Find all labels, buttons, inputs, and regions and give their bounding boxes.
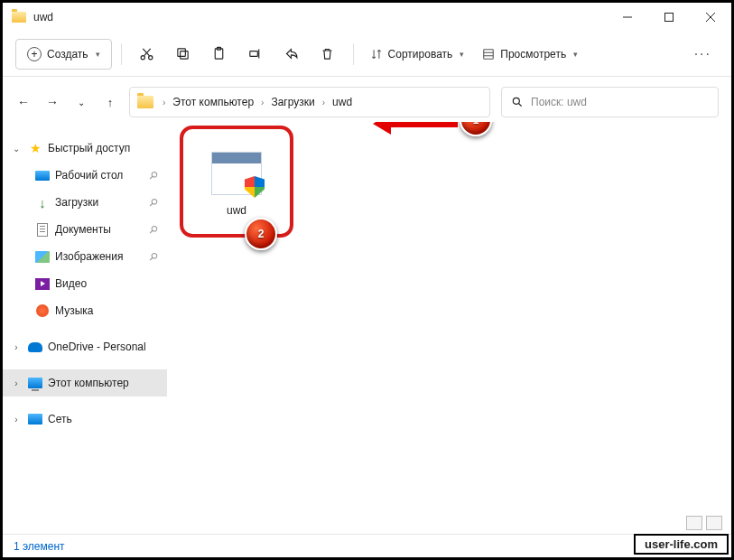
expand-icon[interactable]: › [10, 342, 23, 352]
svg-rect-14 [484, 49, 494, 59]
sidebar-network[interactable]: › Сеть [3, 406, 167, 433]
new-button[interactable]: + Создать ▾ [15, 39, 112, 70]
body: ⌄ ★ Быстрый доступ Рабочий стол ⚲ ↓ Загр… [3, 122, 731, 534]
sidebar-quick-access[interactable]: ⌄ ★ Быстрый доступ [3, 135, 167, 162]
address-bar[interactable]: › Этот компьютер › Загрузки › uwd [129, 87, 490, 117]
chevron-right-icon: › [259, 98, 265, 107]
copy-button[interactable] [167, 46, 200, 61]
chevron-right-icon: › [321, 98, 327, 107]
back-button[interactable]: ← [15, 95, 32, 109]
folder-icon [137, 96, 153, 108]
expand-icon[interactable]: › [10, 415, 23, 425]
star-icon: ★ [28, 141, 42, 155]
search-icon [511, 96, 524, 108]
sort-icon [370, 48, 383, 61]
sidebar-thispc[interactable]: › Этот компьютер [3, 369, 167, 397]
share-button[interactable] [275, 46, 308, 61]
document-icon [37, 223, 48, 237]
paste-button[interactable] [203, 46, 236, 61]
view-details-button[interactable] [686, 516, 702, 530]
window-title: uwd [33, 11, 53, 23]
cut-button[interactable] [131, 46, 163, 61]
svg-point-4 [141, 56, 144, 60]
close-button[interactable] [690, 3, 731, 32]
shield-icon [245, 176, 265, 198]
chevron-down-icon: ▾ [573, 50, 578, 59]
network-icon [28, 414, 42, 425]
breadcrumb[interactable]: Этот компьютер [171, 96, 256, 108]
explorer-window: uwd + Создать ▾ Сортировать ▾ Просмотрет… [3, 3, 731, 557]
sidebar-pictures[interactable]: Изображения ⚲ [3, 243, 167, 270]
sidebar-documents[interactable]: Документы ⚲ [3, 216, 167, 243]
sidebar-videos[interactable]: Видео [3, 270, 167, 297]
minimize-button[interactable] [607, 3, 648, 32]
svg-line-7 [143, 49, 149, 56]
toolbar: + Создать ▾ Сортировать ▾ Просмотреть ▾ … [3, 32, 731, 77]
sidebar-music[interactable]: Музыка [3, 297, 167, 324]
breadcrumb[interactable]: Загрузки [269, 96, 316, 108]
svg-line-6 [144, 49, 151, 56]
sidebar: ⌄ ★ Быстрый доступ Рабочий стол ⚲ ↓ Загр… [3, 122, 171, 534]
content-area[interactable]: uwd 1 2 [171, 122, 731, 534]
window-controls [607, 3, 731, 32]
pc-icon [28, 378, 42, 388]
svg-rect-12 [250, 51, 258, 57]
expand-icon[interactable]: › [10, 378, 23, 388]
svg-rect-9 [178, 49, 186, 57]
onedrive-icon [28, 342, 42, 352]
view-large-button[interactable] [706, 516, 722, 530]
sidebar-downloads[interactable]: ↓ Загрузки ⚲ [3, 189, 167, 216]
sidebar-onedrive[interactable]: › OneDrive - Personal [3, 333, 167, 360]
watermark: user-life.com [634, 534, 729, 555]
nav-arrows: ← → ⌄ ↑ [15, 95, 118, 109]
search-input[interactable]: Поиск: uwd [501, 87, 719, 117]
svg-line-18 [519, 104, 522, 107]
file-label: uwd [227, 204, 246, 217]
sort-button[interactable]: Сортировать ▾ [363, 39, 472, 70]
more-button[interactable]: ··· [687, 39, 719, 70]
svg-rect-1 [665, 14, 674, 22]
breadcrumb[interactable]: uwd [330, 96, 354, 108]
pin-icon: ⚲ [146, 222, 161, 237]
annotation-callout-1: 1 [460, 122, 492, 136]
rename-button[interactable] [239, 46, 272, 61]
pin-icon: ⚲ [146, 249, 161, 264]
file-item-uwd[interactable]: uwd [187, 135, 286, 234]
delete-button[interactable] [311, 46, 344, 61]
svg-point-5 [149, 56, 153, 60]
expand-icon[interactable]: ⌄ [10, 144, 23, 154]
music-icon [36, 304, 49, 317]
application-icon [211, 152, 262, 195]
svg-point-17 [513, 98, 519, 104]
maximize-button[interactable] [648, 3, 690, 32]
pin-icon: ⚲ [146, 195, 161, 210]
separator [353, 43, 354, 65]
pin-icon: ⚲ [146, 168, 161, 182]
status-bar: 1 элемент [3, 534, 731, 557]
up-button[interactable]: ↑ [102, 96, 118, 109]
view-button[interactable]: Просмотреть ▾ [475, 39, 585, 70]
annotation-arrow [386, 122, 458, 133]
titlebar: uwd [3, 3, 731, 32]
image-icon [35, 251, 50, 263]
chevron-down-icon: ▾ [96, 50, 100, 59]
chevron-down-icon[interactable]: ⌄ [73, 98, 89, 107]
svg-rect-8 [181, 51, 189, 59]
forward-button[interactable]: → [44, 95, 60, 109]
plus-icon: + [27, 47, 42, 61]
folder-icon [12, 12, 26, 23]
video-icon [35, 278, 50, 290]
separator [121, 43, 122, 65]
download-icon: ↓ [35, 195, 50, 210]
navigation-row: ← → ⌄ ↑ › Этот компьютер › Загрузки › uw… [3, 82, 731, 122]
sidebar-desktop[interactable]: Рабочий стол ⚲ [3, 162, 167, 189]
chevron-down-icon: ▾ [460, 50, 464, 59]
annotation-callout-2: 2 [245, 218, 277, 250]
desktop-icon [35, 171, 50, 181]
view-icon [482, 48, 495, 61]
view-mode-icons [686, 516, 722, 530]
chevron-right-icon: › [161, 98, 167, 107]
status-text: 1 элемент [14, 540, 65, 553]
